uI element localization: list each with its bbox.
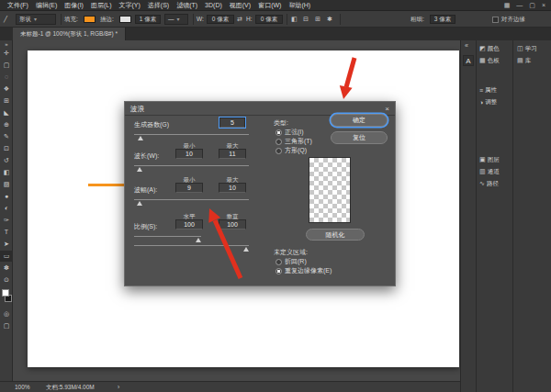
move-tool[interactable]: ✛ (0, 48, 13, 59)
scale-horizontal-field[interactable]: 100 (175, 219, 203, 230)
panel-tab-libraries[interactable]: ▤ 库 (515, 55, 550, 66)
type-sine-radio[interactable]: 正弦(I) (276, 128, 304, 137)
status-bar: 100% 文档:5.93M/4.00M › (0, 381, 460, 392)
maximize-icon[interactable]: ▢ (529, 2, 535, 9)
foreground-color-swatch[interactable] (2, 289, 9, 297)
align-edges-checkbox[interactable] (492, 17, 499, 23)
menu-filter[interactable]: 滤镜(T) (173, 1, 201, 10)
generators-field[interactable]: 5 (219, 118, 245, 128)
amplitude-slider[interactable] (134, 199, 249, 207)
slider-thumb[interactable] (196, 238, 201, 242)
tools-panel: » ✛ ▢ ◌ ❖ ⊞ ◣ ⊕ ✎ ⊡ ↺ ◧ ▨ ● ◐ ✑ T ➤ ▭ ✽ … (0, 40, 13, 381)
zoom-tool[interactable]: ⊙ (0, 274, 13, 286)
minimize-icon[interactable]: — (516, 2, 523, 9)
screen-mode-icon[interactable]: ▢ (0, 320, 13, 331)
panel-tab-properties[interactable]: ≡ 属性 (478, 84, 512, 95)
ok-button[interactable]: 确定 (331, 114, 388, 127)
panel-tab-channels[interactable]: ▥ 通道 (478, 166, 512, 177)
slider-thumb[interactable] (243, 247, 249, 252)
weight-field[interactable]: 3 像素 (430, 15, 455, 24)
panel-tab-layers[interactable]: ▣ 图层 (478, 154, 512, 165)
lasso-tool[interactable]: ◌ (0, 72, 13, 83)
path-select-tool[interactable]: ➤ (0, 239, 13, 250)
panel-tab-paths[interactable]: ∿ 路径 (478, 178, 512, 189)
amplitude-max-field[interactable]: 10 (219, 183, 246, 193)
wavelength-max-field[interactable]: 11 (219, 149, 246, 159)
shape-height-field[interactable]: 0 像素 (255, 15, 283, 24)
wrap-around-radio[interactable]: 折回(R) (276, 257, 307, 266)
scale-horizontal-slider[interactable] (134, 236, 201, 243)
quick-mask-icon[interactable]: ◎ (0, 308, 13, 319)
menu-file[interactable]: 文件(F) (4, 1, 32, 10)
type-tool[interactable]: T (0, 227, 13, 238)
photoshop-window: 文件(F) 编辑(E) 图像(I) 图层(L) 文字(Y) 选择(S) 滤镜(T… (0, 0, 551, 392)
generators-slider[interactable] (134, 134, 249, 141)
close-icon[interactable]: × (542, 2, 545, 9)
type-square-radio[interactable]: 方形(Q) (276, 146, 307, 155)
menu-type[interactable]: 文字(Y) (115, 1, 143, 10)
menu-window[interactable]: 窗口(W) (254, 1, 285, 10)
character-panel-icon[interactable]: A (463, 55, 474, 66)
amplitude-min-field[interactable]: 9 (175, 183, 203, 193)
tool-mode-dropdown[interactable]: 形状 (16, 14, 56, 25)
menu-3d[interactable]: 3D(D) (201, 2, 226, 8)
menu-help[interactable]: 帮助(H) (285, 1, 314, 10)
brush-tool[interactable]: ✎ (0, 131, 13, 142)
slider-thumb[interactable] (138, 136, 143, 140)
menu-image[interactable]: 图像(I) (61, 1, 87, 10)
wavelength-slider[interactable] (134, 165, 249, 173)
panel-tab-adjustments[interactable]: ◑ 调整 (478, 96, 512, 107)
menu-edit[interactable]: 编辑(E) (32, 1, 61, 10)
type-triangle-radio[interactable]: 三角形(T) (276, 137, 312, 146)
repeat-edge-pixels-radio[interactable]: 重复边缘像素(E) (276, 266, 332, 275)
align-edges-label: 对齐边缘 (501, 11, 525, 28)
randomize-button[interactable]: 随机化 (306, 229, 365, 241)
crop-tool[interactable]: ⊞ (0, 95, 13, 106)
shape-width-field[interactable]: 0 像素 (207, 15, 234, 24)
eraser-tool[interactable]: ◧ (0, 167, 13, 178)
marquee-tool[interactable]: ▢ (0, 60, 13, 71)
menu-select[interactable]: 选择(S) (144, 1, 173, 10)
adjustments-panel-icon: ◑ (479, 99, 483, 106)
pen-tool[interactable]: ✑ (0, 215, 13, 226)
slider-thumb[interactable] (137, 201, 142, 206)
wavelength-min-field[interactable]: 10 (175, 149, 203, 159)
path-operations-icon[interactable]: ◧ (291, 11, 298, 28)
scale-vertical-slider[interactable] (134, 245, 249, 252)
link-dimensions-icon[interactable]: ⇄ (237, 11, 242, 28)
dodge-tool[interactable]: ◐ (0, 203, 13, 214)
collapse-panels-icon[interactable]: « (465, 42, 468, 49)
weight-label: 粗细: (410, 11, 424, 28)
panel-tab-learn[interactable]: ◫ 学习 (515, 43, 550, 54)
quick-select-tool[interactable]: ❖ (0, 84, 13, 95)
stroke-style-dropdown[interactable]: — (164, 14, 188, 25)
menu-view[interactable]: 视图(V) (226, 1, 254, 10)
blur-tool[interactable]: ● (0, 191, 13, 202)
hand-tool[interactable]: ✽ (0, 263, 13, 274)
slider-thumb[interactable] (137, 167, 142, 172)
clone-stamp-tool[interactable]: ⊡ (0, 143, 13, 154)
gradient-tool[interactable]: ▨ (0, 179, 13, 190)
shape-tool[interactable]: ▭ (0, 251, 13, 262)
path-arrangement-icon[interactable]: ⊞ (315, 11, 320, 28)
right-panel-dock: « A ◩ 颜色 ▦ 色板 ≡ 属性 ◑ 调整 ▣ 图层 ▥ 通道 ∿ (460, 40, 551, 392)
radio-icon (276, 148, 282, 154)
status-chevron-icon[interactable]: › (118, 382, 119, 392)
workspace-icon[interactable]: ▦ (504, 2, 511, 9)
panel-tab-swatches[interactable]: ▦ 色板 (478, 55, 512, 66)
stroke-swatch[interactable] (119, 16, 131, 23)
scale-label: 比例(S): (134, 222, 157, 230)
scale-vertical-field[interactable]: 100 (219, 219, 246, 230)
healing-brush-tool[interactable]: ⊕ (0, 119, 13, 130)
menu-layer[interactable]: 图层(L) (87, 1, 116, 10)
document-tab[interactable]: 未标题-1 @ 100%(形状 1, RGB/8#) * (13, 28, 126, 40)
panel-tab-color[interactable]: ◩ 颜色 (478, 43, 512, 54)
path-alignment-icon[interactable]: ⊟ (303, 11, 309, 28)
fill-swatch[interactable] (84, 16, 96, 23)
stroke-width-field[interactable]: 1 像素 (135, 15, 161, 24)
eyedropper-tool[interactable]: ◣ (0, 107, 13, 118)
gear-icon[interactable]: ✱ (327, 11, 332, 28)
history-brush-tool[interactable]: ↺ (0, 155, 13, 166)
zoom-level[interactable]: 100% (15, 382, 30, 392)
reset-button[interactable]: 复位 (331, 131, 388, 144)
